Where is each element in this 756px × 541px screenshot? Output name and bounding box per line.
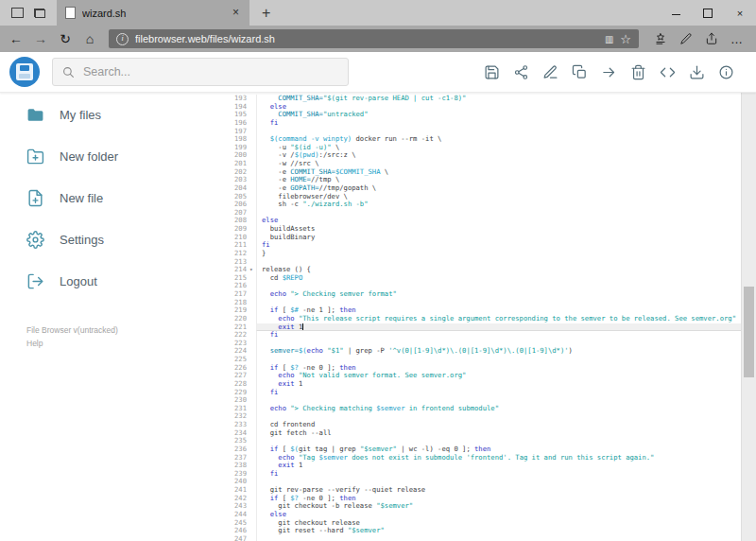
code-line[interactable]: 212} xyxy=(222,250,742,258)
help-link[interactable]: Help xyxy=(26,338,222,351)
fold-marker xyxy=(249,282,256,290)
search-input[interactable]: Search... xyxy=(52,58,349,86)
fold-marker xyxy=(249,405,256,413)
fold-marker xyxy=(249,168,256,177)
editor-toolbar xyxy=(480,61,756,83)
fold-marker xyxy=(249,323,256,332)
code-line[interactable]: 239 fi xyxy=(222,470,742,479)
arrow-right-icon xyxy=(601,64,617,80)
fold-marker[interactable]: ▾ xyxy=(249,266,256,274)
fold-marker xyxy=(249,421,256,429)
set-tabs-aside-icon[interactable] xyxy=(11,8,24,18)
code-line[interactable]: 210 buildBinary xyxy=(222,234,742,242)
reading-view-icon[interactable]: ▥ xyxy=(605,34,613,44)
forward-button[interactable]: → xyxy=(28,27,53,50)
code-line[interactable]: 231 echo "> Checking matching $semver in… xyxy=(222,405,742,413)
fold-marker xyxy=(249,372,256,380)
code-line[interactable]: 228 exit 1 xyxy=(222,380,742,389)
fold-marker xyxy=(249,486,256,495)
fold-marker xyxy=(249,258,256,267)
delete-button[interactable] xyxy=(627,61,649,83)
copy-button[interactable] xyxy=(568,61,591,83)
code-line[interactable]: 193 COMMIT_SHA="$(git rev-parse HEAD | c… xyxy=(222,95,742,103)
filebrowser-logo[interactable] xyxy=(9,57,40,87)
close-window-button[interactable]: × xyxy=(724,0,756,26)
sidebar-item-new-folder[interactable]: New folder xyxy=(0,135,222,177)
url-text[interactable]: filebrowser.web/files/wizard.sh xyxy=(135,33,598,44)
page-scrollbar[interactable] xyxy=(741,52,756,541)
info-button[interactable] xyxy=(714,61,737,83)
code-line[interactable]: 234 git fetch --all xyxy=(222,429,742,438)
copy-icon xyxy=(572,64,588,80)
view-source-button[interactable] xyxy=(656,61,679,83)
fold-marker xyxy=(249,445,256,454)
fold-marker xyxy=(249,306,256,315)
fold-marker xyxy=(249,340,256,348)
code-line[interactable]: 247 xyxy=(222,535,742,541)
code-line[interactable]: 211fi xyxy=(222,241,742,250)
pencil-icon xyxy=(542,64,558,80)
home-button[interactable]: ⌂ xyxy=(77,27,102,50)
file-plus-icon xyxy=(26,189,44,207)
tab-bar: wizard.sh × + × xyxy=(0,0,756,26)
code-line[interactable]: 229 fi xyxy=(222,389,742,397)
fold-marker xyxy=(249,176,256,184)
tab-title: wizard.sh xyxy=(82,8,224,19)
code-line[interactable]: 221 exit 1 xyxy=(222,323,742,332)
fold-marker xyxy=(249,396,256,405)
address-bar[interactable]: i filebrowser.web/files/wizard.sh ▥ ☆ xyxy=(109,29,639,48)
save-button[interactable] xyxy=(480,61,503,83)
code-line[interactable]: 243 git checkout -b release "$semver" xyxy=(222,502,742,511)
code-line[interactable]: 207 xyxy=(222,209,742,218)
fold-marker xyxy=(249,299,256,307)
fold-marker xyxy=(249,429,256,438)
add-favorite-star-icon[interactable]: ☆ xyxy=(620,32,631,46)
sidebar-item-new-file[interactable]: New file xyxy=(0,177,222,218)
gear-icon xyxy=(26,231,44,249)
back-button[interactable]: ← xyxy=(4,27,28,50)
close-tab-icon[interactable]: × xyxy=(231,0,241,26)
scrollbar-thumb[interactable] xyxy=(744,287,754,377)
share-file-button[interactable] xyxy=(509,61,532,83)
minimize-window-button[interactable] xyxy=(660,0,692,26)
new-tab-button[interactable]: + xyxy=(249,0,283,26)
app-header: Search... xyxy=(0,52,756,93)
rename-button[interactable] xyxy=(539,61,561,83)
fold-marker xyxy=(249,119,256,128)
share-icon xyxy=(705,32,718,45)
code-line[interactable]: 246 git reset --hard "$semver" xyxy=(222,527,742,535)
fold-marker xyxy=(249,234,256,242)
hub-button[interactable] xyxy=(648,27,673,50)
fold-marker xyxy=(249,478,256,486)
code-line[interactable]: 222 fi xyxy=(222,331,742,340)
fold-marker xyxy=(249,160,256,168)
download-button[interactable] xyxy=(685,61,708,83)
browser-tab[interactable]: wizard.sh × xyxy=(57,0,249,26)
code-editor[interactable]: 193 COMMIT_SHA="$(git rev-parse HEAD | c… xyxy=(222,93,742,541)
move-button[interactable] xyxy=(597,61,620,83)
code-line[interactable]: 217 echo "> Checking semver format" xyxy=(222,290,742,299)
share-button[interactable] xyxy=(699,27,724,50)
fold-marker xyxy=(249,470,256,479)
fold-marker xyxy=(249,193,256,201)
code-line[interactable]: 206 sh -c "./wizard.sh -b" xyxy=(222,201,742,209)
app-version-text: File Browser v(untracked) xyxy=(26,324,222,338)
maximize-window-button[interactable] xyxy=(692,0,724,26)
tabs-set-aside-icon[interactable] xyxy=(34,9,45,18)
sidebar-item-settings[interactable]: Settings xyxy=(0,218,222,260)
code-line[interactable]: 196 fi xyxy=(222,119,742,128)
code-line[interactable]: 195 COMMIT_SHA="untracked" xyxy=(222,111,742,119)
more-button[interactable]: … xyxy=(725,27,749,50)
fold-marker xyxy=(249,151,256,160)
code-line[interactable]: 215 cd $REPO xyxy=(222,274,742,283)
fold-marker xyxy=(249,412,256,421)
site-info-icon[interactable]: i xyxy=(116,33,129,45)
fold-marker xyxy=(249,315,256,323)
sidebar-item-my-files[interactable]: My files xyxy=(0,94,222,135)
refresh-button[interactable]: ↻ xyxy=(53,27,77,50)
code-lines: 193 COMMIT_SHA="$(git rev-parse HEAD | c… xyxy=(222,95,742,541)
web-note-button[interactable] xyxy=(674,27,698,50)
code-line[interactable]: 224 semver=$(echo "$1" | grep -P '^v(0|[… xyxy=(222,347,742,356)
sidebar-item-logout[interactable]: Logout xyxy=(0,260,222,302)
code-line[interactable]: 238 exit 1 xyxy=(222,462,742,470)
